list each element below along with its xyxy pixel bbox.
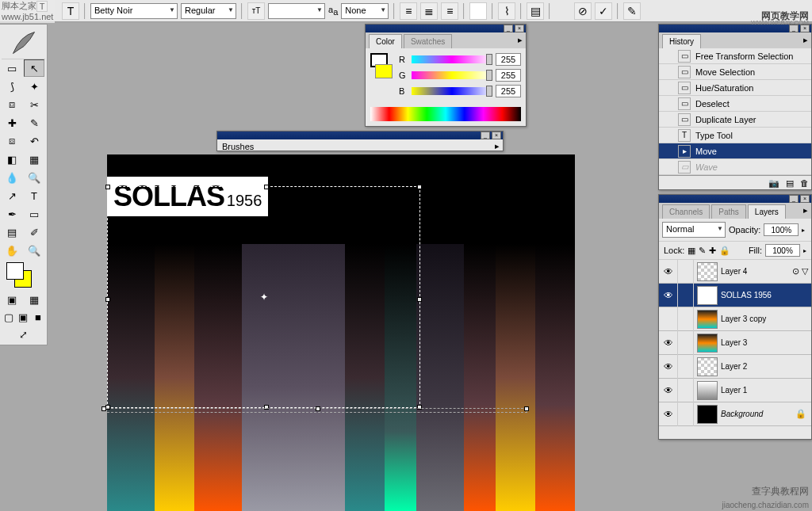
layer-thumbnail[interactable]: [697, 262, 718, 281]
visibility-toggle-icon[interactable]: 👁: [659, 331, 678, 355]
visibility-toggle-icon[interactable]: 👁: [659, 379, 678, 402]
text-color-swatch[interactable]: [469, 2, 487, 20]
opacity-arrow-icon[interactable]: ▸: [802, 227, 805, 234]
heal-tool[interactable]: ✚: [2, 114, 22, 132]
panel-menu-icon[interactable]: ▸: [495, 141, 500, 151]
color-ramp[interactable]: [370, 107, 521, 121]
history-item[interactable]: ▭Deselect: [659, 96, 811, 112]
g-input[interactable]: [496, 69, 521, 82]
screen-full-menu-icon[interactable]: ▣: [17, 308, 30, 326]
marquee-tool[interactable]: ▭: [2, 59, 22, 77]
close-icon[interactable]: ×: [492, 132, 501, 139]
layer-thumbnail[interactable]: [697, 357, 718, 376]
history-item[interactable]: ▭Move Selection: [659, 64, 811, 80]
blend-mode-dropdown[interactable]: Normal: [662, 222, 726, 238]
visibility-toggle-icon[interactable]: [659, 307, 678, 331]
visibility-toggle-icon[interactable]: 👁: [659, 284, 678, 307]
foreground-color-swatch[interactable]: [6, 262, 24, 280]
layer-item[interactable]: 👁Layer 4⊙ ▽: [659, 260, 811, 284]
brush-tool[interactable]: ✎: [24, 114, 44, 132]
layer-name-label[interactable]: Layer 1: [721, 386, 811, 395]
tab-channels[interactable]: Channels: [662, 204, 710, 219]
lock-position-icon[interactable]: ✚: [709, 246, 716, 256]
eyedropper-tool[interactable]: ✐: [24, 223, 44, 241]
new-snapshot-icon[interactable]: 📷: [768, 178, 779, 189]
delete-state-icon[interactable]: 🗑: [800, 178, 809, 189]
dodge-tool[interactable]: 🔍: [24, 169, 44, 186]
b-slider[interactable]: [412, 87, 492, 95]
opacity-input[interactable]: [764, 223, 799, 236]
brush-options-icon[interactable]: ✎: [623, 2, 641, 20]
fill-arrow-icon[interactable]: ▸: [803, 247, 806, 254]
layer-name-label[interactable]: Background: [721, 410, 795, 418]
slice-tool[interactable]: ✂: [24, 96, 44, 113]
layer-link-area[interactable]: [678, 331, 694, 355]
visibility-toggle-icon[interactable]: 👁: [659, 402, 678, 426]
tab-paths[interactable]: Paths: [711, 204, 746, 219]
history-item[interactable]: ▭Wave: [659, 159, 811, 175]
tab-history[interactable]: History: [662, 34, 701, 48]
layer-item[interactable]: 👁Background🔒: [659, 402, 811, 426]
type-tool[interactable]: T: [24, 187, 44, 204]
font-family-dropdown[interactable]: Betty Noir: [90, 3, 178, 19]
minimize-icon[interactable]: _: [481, 132, 490, 139]
layer-item[interactable]: 👁Layer 1: [659, 379, 811, 402]
quickmask-mode-icon[interactable]: ▦: [24, 291, 44, 308]
crop-tool[interactable]: ⧈: [2, 96, 22, 113]
history-brush-tool[interactable]: ↶: [24, 132, 44, 150]
history-item[interactable]: ▭Hue/Saturation: [659, 80, 811, 96]
brushes-tab[interactable]: Brushes: [222, 142, 254, 151]
layers-panel-titlebar[interactable]: _ ×: [659, 195, 811, 203]
history-item[interactable]: ▭Duplicate Layer: [659, 112, 811, 128]
layer-thumbnail[interactable]: T: [697, 286, 718, 305]
brushes-panel-titlebar[interactable]: _ ×: [217, 132, 503, 139]
close-icon[interactable]: ×: [800, 195, 810, 203]
tab-layers[interactable]: Layers: [748, 204, 786, 219]
b-input[interactable]: [496, 85, 521, 97]
align-center-icon[interactable]: ≣: [420, 2, 438, 20]
align-right-icon[interactable]: ≡: [441, 2, 458, 20]
layer-link-area[interactable]: [678, 379, 694, 402]
layer-name-label[interactable]: Layer 2: [721, 362, 811, 371]
path-select-tool[interactable]: ↗: [2, 187, 22, 204]
color-picker[interactable]: [2, 259, 45, 291]
layer-link-area[interactable]: [678, 260, 694, 284]
hand-tool[interactable]: ✋: [2, 242, 22, 259]
lasso-tool[interactable]: ⟆: [2, 78, 22, 95]
eraser-tool[interactable]: ◧: [2, 151, 22, 168]
tab-swatches[interactable]: Swatches: [404, 34, 452, 48]
layer-thumbnail[interactable]: [697, 381, 718, 400]
zoom-tool[interactable]: 🔍: [24, 242, 44, 259]
stamp-tool[interactable]: ⧇: [2, 132, 22, 150]
history-item[interactable]: ▭Free Transform Selection: [659, 48, 811, 64]
layer-thumbnail[interactable]: [697, 405, 718, 424]
align-left-icon[interactable]: ≡: [400, 2, 417, 20]
history-item[interactable]: ▸Move: [659, 143, 811, 159]
lock-transparency-icon[interactable]: ▦: [688, 246, 695, 256]
tab-color[interactable]: Color: [369, 34, 402, 48]
cancel-icon[interactable]: ⊘: [574, 2, 592, 20]
r-slider[interactable]: [412, 55, 492, 63]
layer-fx-icon[interactable]: ⊙ ▽: [792, 266, 808, 276]
visibility-toggle-icon[interactable]: 👁: [659, 355, 678, 379]
layer-link-area[interactable]: [678, 307, 694, 331]
layer-link-area[interactable]: [678, 355, 694, 379]
font-style-dropdown[interactable]: Regular: [181, 3, 236, 19]
commit-icon[interactable]: ✓: [595, 2, 612, 20]
layer-thumbnail[interactable]: [697, 310, 718, 329]
layer-item[interactable]: 👁Layer 3: [659, 331, 811, 355]
shape-tool[interactable]: ▭: [24, 205, 44, 223]
panel-menu-icon[interactable]: ▸: [803, 35, 808, 45]
history-item[interactable]: TType Tool: [659, 128, 811, 143]
layer-name-label[interactable]: Layer 3 copy: [721, 315, 811, 323]
panel-menu-icon[interactable]: ▸: [518, 35, 523, 45]
new-document-icon[interactable]: ▤: [786, 178, 794, 189]
layer-item[interactable]: 👁Layer 2: [659, 355, 811, 379]
screen-full-icon[interactable]: ■: [31, 308, 44, 326]
pen-tool[interactable]: ✒: [2, 205, 22, 223]
panel-bg-swatch[interactable]: [375, 64, 393, 78]
layer-name-label[interactable]: Layer 4: [721, 267, 792, 276]
document-canvas[interactable]: SOLLAS 1956 ✦: [107, 154, 575, 511]
standard-mode-icon[interactable]: ▣: [2, 291, 22, 308]
lock-paint-icon[interactable]: ✎: [699, 246, 706, 256]
